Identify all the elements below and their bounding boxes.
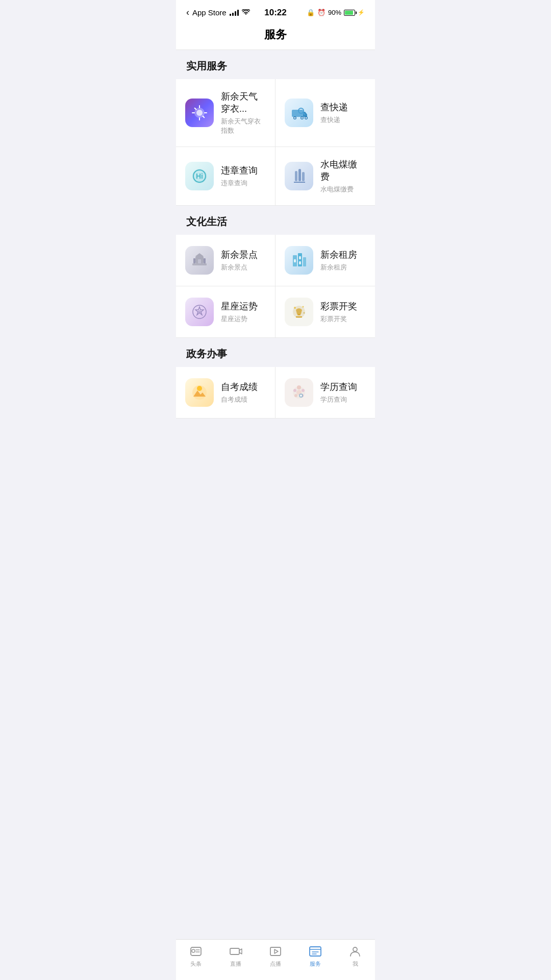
practical-services-grid: 新余天气穿衣... 新余天气穿衣指数 bbox=[176, 79, 375, 206]
wifi-icon bbox=[242, 9, 250, 17]
education-text: 学历查询 学历查询 bbox=[320, 381, 357, 404]
horoscope-sub: 星座运势 bbox=[221, 314, 258, 324]
nav-item-services[interactable]: 服务 bbox=[295, 945, 335, 968]
svg-point-14 bbox=[306, 117, 307, 119]
section-title-practical: 实用服务 bbox=[186, 60, 227, 71]
scenic-name: 新余景点 bbox=[221, 249, 258, 261]
svg-point-49 bbox=[302, 389, 305, 392]
gov-services-grid: 自考成绩 自考成绩 bbox=[176, 367, 375, 419]
svg-line-6 bbox=[195, 108, 196, 110]
utility-name: 水电煤缴费 bbox=[320, 158, 366, 183]
culture-services-grid: 新余景点 新余景点 新余租房 新余租房 bbox=[176, 235, 375, 338]
service-item-weather[interactable]: 新余天气穿衣... 新余天气穿衣指数 bbox=[176, 79, 276, 147]
services-label: 服务 bbox=[310, 960, 321, 968]
utility-text: 水电煤缴费 水电煤缴费 bbox=[320, 158, 366, 194]
battery-icon bbox=[344, 10, 355, 16]
headlines-icon bbox=[189, 945, 203, 958]
nav-item-me[interactable]: 我 bbox=[335, 945, 375, 968]
express-name: 查快递 bbox=[320, 101, 348, 113]
weather-name: 新余天气穿衣... bbox=[221, 90, 266, 115]
svg-rect-22 bbox=[302, 172, 305, 181]
rental-sub: 新余租房 bbox=[320, 263, 357, 272]
svg-rect-34 bbox=[299, 256, 301, 259]
svg-rect-40 bbox=[297, 314, 300, 315]
services-icon bbox=[309, 945, 322, 958]
live-icon bbox=[229, 945, 242, 958]
utility-sub: 水电煤缴费 bbox=[320, 185, 366, 194]
svg-rect-21 bbox=[298, 169, 301, 181]
svg-rect-35 bbox=[299, 261, 301, 264]
section-header-culture: 文化生活 bbox=[176, 206, 375, 235]
weather-sub: 新余天气穿衣指数 bbox=[221, 117, 266, 135]
svg-point-57 bbox=[192, 949, 195, 952]
express-sub: 查快递 bbox=[320, 115, 348, 125]
service-item-selfexam[interactable]: 自考成绩 自考成绩 bbox=[176, 367, 276, 419]
status-right: 🔒 ⏰ 90% ⚡ bbox=[307, 9, 365, 16]
status-time: 10:22 bbox=[264, 8, 286, 18]
rental-name: 新余租房 bbox=[320, 249, 357, 261]
svg-point-42 bbox=[294, 307, 296, 309]
nav-item-vod[interactable]: 点播 bbox=[256, 945, 295, 968]
violation-name: 违章查询 bbox=[221, 164, 258, 177]
selfexam-name: 自考成绩 bbox=[221, 381, 258, 393]
status-bar: ‹ App Store 10:22 🔒 ⏰ 90% ⚡ bbox=[176, 0, 375, 22]
svg-point-67 bbox=[353, 947, 357, 951]
me-icon bbox=[348, 945, 362, 958]
violation-sub: 违章查询 bbox=[221, 179, 258, 188]
nav-item-headlines[interactable]: 头条 bbox=[176, 945, 216, 968]
horoscope-icon bbox=[185, 298, 214, 326]
svg-point-12 bbox=[302, 117, 303, 119]
selfexam-icon bbox=[185, 378, 214, 407]
service-item-express[interactable]: 查快递 查快递 bbox=[276, 79, 375, 147]
svg-point-51 bbox=[294, 394, 297, 397]
vod-label: 点播 bbox=[270, 960, 281, 968]
svg-point-38 bbox=[198, 310, 201, 313]
svg-rect-29 bbox=[198, 259, 201, 263]
service-item-utility[interactable]: 水电煤缴费 水电煤缴费 bbox=[276, 147, 375, 206]
svg-rect-32 bbox=[303, 257, 306, 266]
vod-icon bbox=[269, 945, 282, 958]
svg-point-55 bbox=[300, 395, 302, 397]
svg-point-1 bbox=[196, 110, 203, 116]
lottery-text: 彩票开奖 彩票开奖 bbox=[320, 300, 357, 324]
service-item-lottery[interactable]: 彩票开奖 彩票开奖 bbox=[276, 286, 375, 338]
svg-marker-62 bbox=[274, 949, 278, 953]
section-header-gov: 政务办事 bbox=[176, 338, 375, 367]
alarm-icon: ⏰ bbox=[317, 9, 325, 16]
lock-icon: 🔒 bbox=[307, 9, 315, 16]
education-sub: 学历查询 bbox=[320, 395, 357, 404]
scenic-text: 新余景点 新余景点 bbox=[221, 249, 258, 272]
svg-rect-27 bbox=[204, 258, 206, 263]
back-arrow-icon[interactable]: ‹ bbox=[186, 7, 189, 18]
battery-percent: 90% bbox=[328, 9, 341, 16]
rental-text: 新余租房 新余租房 bbox=[320, 249, 357, 272]
violation-text: 违章查询 违章查询 bbox=[221, 164, 258, 188]
scenic-icon bbox=[185, 246, 214, 275]
utility-icon bbox=[285, 162, 313, 190]
nav-item-live[interactable]: 直播 bbox=[216, 945, 256, 968]
svg-rect-31 bbox=[298, 253, 302, 266]
horoscope-name: 星座运势 bbox=[221, 300, 258, 312]
status-left: ‹ App Store bbox=[186, 7, 250, 18]
main-content: 实用服务 新余天气穿衣... 新余天气穿衣指数 bbox=[176, 50, 375, 459]
education-name: 学历查询 bbox=[320, 381, 357, 393]
lottery-name: 彩票开奖 bbox=[320, 300, 357, 312]
headlines-label: 头条 bbox=[190, 960, 202, 968]
svg-point-43 bbox=[303, 306, 304, 308]
svg-rect-56 bbox=[191, 947, 201, 955]
selfexam-sub: 自考成绩 bbox=[221, 395, 258, 404]
svg-point-44 bbox=[304, 312, 305, 314]
section-header-practical: 实用服务 bbox=[176, 50, 375, 79]
svg-point-48 bbox=[297, 385, 301, 389]
svg-rect-24 bbox=[192, 263, 207, 265]
selfexam-text: 自考成绩 自考成绩 bbox=[221, 381, 258, 404]
service-item-violation[interactable]: Hi 违章查询 违章查询 bbox=[176, 147, 276, 206]
service-item-education[interactable]: 学历查询 学历查询 bbox=[276, 367, 375, 419]
svg-rect-61 bbox=[270, 947, 281, 955]
service-item-scenic[interactable]: 新余景点 新余景点 bbox=[176, 235, 276, 286]
service-item-rental[interactable]: 新余租房 新余租房 bbox=[276, 235, 375, 286]
svg-rect-33 bbox=[294, 259, 296, 262]
bottom-nav: 头条 直播 点播 服务 bbox=[176, 939, 375, 980]
service-item-horoscope[interactable]: 星座运势 星座运势 bbox=[176, 286, 276, 338]
svg-point-52 bbox=[293, 389, 296, 392]
